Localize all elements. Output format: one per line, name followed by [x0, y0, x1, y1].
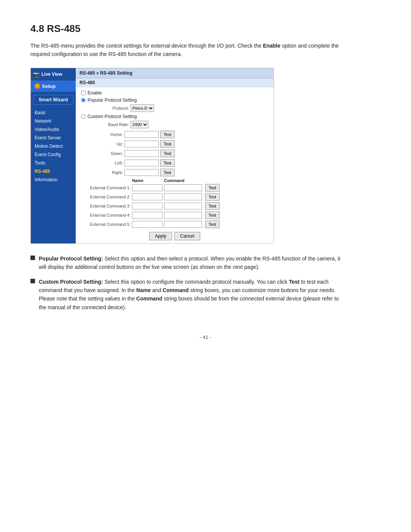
left-row: Left: Test — [81, 159, 268, 167]
up-input[interactable] — [124, 141, 159, 147]
baud-rate-label: Baud Rate: — [87, 122, 129, 127]
ext-cmd-4-test-button[interactable]: Test — [205, 211, 220, 219]
sidebar-live-view[interactable]: 📷 Live View — [31, 68, 76, 81]
bullet-item-1: Popular Protocol Setting: Select this op… — [30, 254, 342, 272]
sidebar-item-motion-detect[interactable]: Motion Detect — [33, 142, 73, 150]
sidebar-setup[interactable]: Setup — [31, 81, 76, 92]
sidebar-item-tools[interactable]: Tools — [33, 159, 73, 167]
sidebar: 📷 Live View Setup Smart Wizard Basic Net… — [31, 68, 76, 243]
protocol-row: Protocol: Pelco-D Pelco-P — [87, 104, 268, 112]
home-row: Home: Test — [81, 131, 268, 138]
bullet-text-2: Custom Protocol Setting: Select this opt… — [39, 278, 342, 312]
ext-cmd-5-command-input[interactable] — [164, 221, 202, 228]
ext-cmd-4-label: External Command 4: — [81, 213, 131, 217]
popular-protocol-label: Popular Protocol Setting — [88, 97, 137, 103]
home-test-button[interactable]: Test — [160, 131, 175, 138]
ext-cmd-2-test-button[interactable]: Test — [205, 193, 220, 201]
home-label: Home: — [81, 132, 123, 137]
ext-cmd-5-name-input[interactable] — [132, 221, 162, 228]
ext-cmd-4-name-input[interactable] — [132, 212, 162, 219]
custom-protocol-label: Custom Protocol Setting — [88, 114, 137, 119]
sidebar-item-event-server[interactable]: Event Server — [33, 134, 73, 142]
ext-cmd-1-row: External Command 1: Test — [81, 184, 268, 192]
down-row: Down: Test — [81, 150, 268, 157]
enable-label: Enable — [88, 90, 102, 96]
sidebar-item-basic[interactable]: Basic — [33, 109, 73, 117]
bullet-icon-1 — [30, 256, 35, 260]
enable-row: Enable — [81, 90, 268, 96]
down-test-button[interactable]: Test — [160, 150, 175, 157]
protocol-select[interactable]: Pelco-D Pelco-P — [131, 104, 154, 112]
ext-cmd-col-headers: Name Command — [81, 178, 268, 183]
baud-rate-row: Baud Rate: 2400 1200 4800 9600 — [87, 121, 268, 128]
bullet-text-1: Popular Protocol Setting: Select this op… — [39, 254, 342, 272]
right-label: Right: — [81, 170, 123, 175]
ext-cmd-3-test-button[interactable]: Test — [205, 202, 220, 210]
down-label: Down: — [81, 151, 123, 156]
ext-cmd-1-command-input[interactable] — [164, 184, 202, 191]
popular-protocol-row: Popular Protocol Setting — [81, 97, 268, 103]
ext-cmd-1-test-button[interactable]: Test — [205, 184, 220, 192]
ext-cmd-1-label: External Command 1: — [81, 185, 131, 190]
ext-cmd-5-label: External Command 5: — [81, 222, 131, 227]
gear-icon — [35, 83, 40, 89]
breadcrumb: RS-485 » RS-485 Setting — [76, 68, 274, 78]
up-label: Up: — [81, 142, 123, 146]
main-panel: RS-485 » RS-485 Setting RS-485 Enable Po… — [76, 68, 274, 243]
bullet-item-2: Custom Protocol Setting: Select this opt… — [30, 278, 342, 312]
ext-cmd-5-row: External Command 5: Test — [81, 220, 268, 228]
intro-paragraph: The RS-485 menu provides the control set… — [30, 42, 342, 59]
up-row: Up: Test — [81, 140, 268, 148]
ext-cmd-3-label: External Command 3: — [81, 204, 131, 208]
setup-label: Setup — [42, 83, 56, 89]
left-input[interactable] — [124, 160, 159, 166]
custom-protocol-row: Custom Protocol Setting — [81, 114, 268, 119]
ext-cmd-2-label: External Command 2: — [81, 195, 131, 199]
sidebar-item-network[interactable]: Network — [33, 117, 73, 125]
home-input[interactable] — [124, 131, 159, 138]
enable-checkbox[interactable] — [81, 91, 86, 95]
down-input[interactable] — [124, 150, 159, 157]
sidebar-item-rs485[interactable]: RS-485 — [33, 167, 73, 176]
ext-cmd-2-row: External Command 2: Test — [81, 193, 268, 201]
protocol-label: Protocol: — [87, 106, 129, 110]
ext-cmd-2-command-input[interactable] — [164, 193, 202, 200]
rs485-section-header: RS-485 — [76, 78, 274, 87]
sidebar-menu: Basic Network Video/Audio Event Server M… — [31, 109, 76, 184]
apply-button[interactable]: Apply — [149, 232, 172, 240]
ui-screenshot-box: 📷 Live View Setup Smart Wizard Basic Net… — [30, 68, 274, 244]
ext-cmd-2-name-input[interactable] — [132, 193, 162, 200]
right-row: Right: Test — [81, 169, 268, 176]
ext-cmd-3-name-input[interactable] — [132, 203, 162, 209]
popular-protocol-radio[interactable] — [81, 98, 86, 102]
sidebar-item-video-audio[interactable]: Video/Audio — [33, 125, 73, 134]
ext-cmd-4-command-input[interactable] — [164, 212, 202, 219]
sidebar-item-information[interactable]: Information — [33, 176, 73, 184]
ext-cmd-1-name-input[interactable] — [132, 184, 162, 191]
page-title: 4.8 RS-485 — [30, 23, 381, 35]
custom-protocol-radio[interactable] — [81, 114, 86, 119]
sidebar-item-event-config[interactable]: Event Config — [33, 150, 73, 159]
left-label: Left: — [81, 161, 123, 165]
bullet-section: Popular Protocol Setting: Select this op… — [30, 254, 342, 312]
ext-cmd-3-command-input[interactable] — [164, 203, 202, 209]
baud-rate-select[interactable]: 2400 1200 4800 9600 — [131, 121, 148, 128]
rs485-form: Enable Popular Protocol Setting Protocol… — [76, 87, 274, 243]
right-test-button[interactable]: Test — [160, 169, 175, 176]
bullet-icon-2 — [30, 279, 35, 283]
ext-cmd-4-row: External Command 4: Test — [81, 211, 268, 219]
up-test-button[interactable]: Test — [160, 140, 175, 148]
live-view-label: Live View — [41, 72, 62, 77]
ext-cmd-5-test-button[interactable]: Test — [205, 220, 220, 228]
right-input[interactable] — [124, 169, 159, 176]
col-command-header: Command — [164, 178, 185, 183]
cancel-button[interactable]: Cancel — [174, 232, 200, 240]
col-name-header: Name — [132, 178, 162, 183]
ext-cmd-3-row: External Command 3: Test — [81, 202, 268, 210]
left-test-button[interactable]: Test — [160, 159, 175, 167]
camera-icon: 📷 — [33, 71, 40, 77]
page-number: - 41 - — [30, 334, 381, 340]
smart-wizard-button[interactable]: Smart Wizard — [33, 95, 73, 105]
action-row: Apply Cancel — [81, 232, 268, 240]
